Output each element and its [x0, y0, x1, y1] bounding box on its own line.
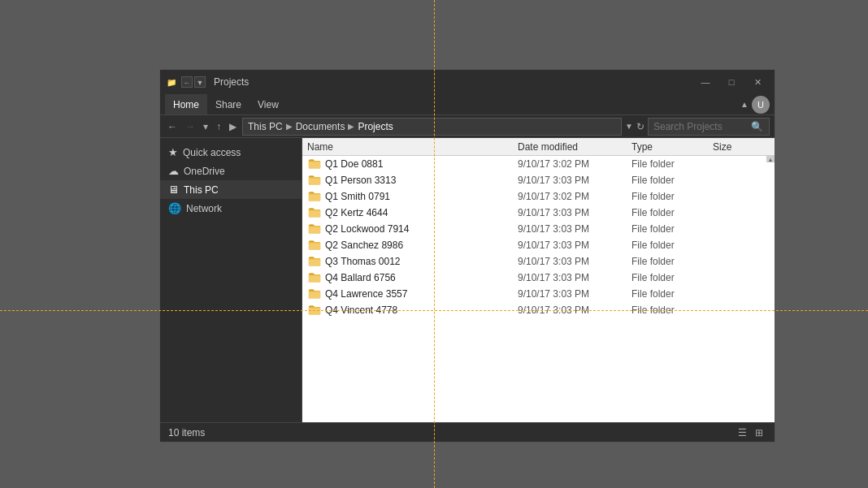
- file-type: File folder: [631, 207, 713, 218]
- file-type: File folder: [631, 223, 713, 235]
- thispc-icon: 🖥: [168, 184, 179, 196]
- close-button[interactable]: ✕: [745, 74, 770, 90]
- network-icon: 🌐: [168, 202, 181, 214]
- view-details-btn[interactable]: ☰: [735, 425, 750, 440]
- file-date: 9/10/17 3:03 PM: [518, 240, 631, 251]
- path-sep-1: ▶: [286, 122, 293, 131]
- folder-icon: [307, 270, 322, 285]
- file-type: File folder: [631, 175, 713, 186]
- file-date: 9/10/17 3:03 PM: [518, 272, 631, 283]
- address-path-box[interactable]: This PC ▶ Documents ▶ Projects: [242, 118, 622, 136]
- path-thispc[interactable]: This PC: [248, 121, 283, 132]
- table-row[interactable]: Q2 Lockwood 79149/10/17 3:03 PMFile fold…: [302, 221, 775, 237]
- col-header-size[interactable]: Size: [713, 141, 770, 153]
- sidebar: ★ Quick access ☁ OneDrive 🖥 This PC 🌐 Ne…: [160, 138, 302, 422]
- col-header-name[interactable]: Name: [307, 141, 518, 153]
- nav-forward-btn[interactable]: →: [183, 119, 197, 134]
- address-bar: ← → ▾ ↑ ▶ This PC ▶ Documents ▶ Projects…: [160, 115, 775, 138]
- file-list: Q1 Doe 08819/10/17 3:02 PMFile folder Q1…: [302, 156, 775, 422]
- path-documents[interactable]: Documents: [296, 121, 345, 132]
- column-headers: Name Date modified Type Size: [302, 138, 775, 156]
- folder-icon: [307, 157, 322, 171]
- file-type: File folder: [631, 288, 713, 300]
- quick-access-toolbar: ← ▼: [181, 76, 206, 88]
- sidebar-label-network: Network: [186, 203, 222, 214]
- file-date: 9/10/17 3:03 PM: [518, 207, 631, 218]
- path-sep-2: ▶: [348, 122, 354, 131]
- file-type: File folder: [631, 256, 713, 267]
- folder-icon: [307, 287, 322, 301]
- nav-recent-btn[interactable]: ▾: [201, 119, 210, 134]
- table-row[interactable]: Q3 Thomas 00129/10/17 3:03 PMFile folder: [302, 253, 775, 270]
- file-type: File folder: [631, 304, 713, 316]
- search-icon[interactable]: 🔍: [751, 121, 763, 132]
- col-header-date[interactable]: Date modified: [518, 141, 631, 153]
- file-date: 9/10/17 3:02 PM: [518, 191, 631, 202]
- ribbon-collapse-btn[interactable]: ▲ U: [740, 96, 770, 114]
- minimize-button[interactable]: —: [693, 74, 718, 90]
- table-row[interactable]: Q2 Sanchez 89869/10/17 3:03 PMFile folde…: [302, 237, 775, 253]
- title-bar: 📁 ← ▼ Projects — □ ✕: [160, 70, 775, 94]
- file-date: 9/10/17 3:03 PM: [518, 256, 631, 267]
- file-name: Q4 Vincent 4778: [325, 304, 518, 316]
- search-input[interactable]: [653, 121, 751, 132]
- tab-view[interactable]: View: [250, 94, 287, 114]
- view-large-icons-btn[interactable]: ⊞: [752, 425, 766, 440]
- sidebar-item-network[interactable]: 🌐 Network: [160, 199, 302, 218]
- folder-icon: [307, 254, 322, 269]
- sidebar-item-quickaccess[interactable]: ★ Quick access: [160, 143, 302, 162]
- table-row[interactable]: Q4 Lawrence 35579/10/17 3:03 PMFile fold…: [302, 286, 775, 302]
- scroll-up-indicator[interactable]: ▲: [766, 156, 775, 162]
- file-name: Q4 Lawrence 3557: [325, 288, 518, 300]
- table-row[interactable]: Q4 Ballard 67569/10/17 3:03 PMFile folde…: [302, 270, 775, 286]
- quickaccess-icon: ★: [168, 146, 178, 158]
- table-row[interactable]: Q1 Smith 07919/10/17 3:02 PMFile folder: [302, 188, 775, 205]
- file-name: Q1 Doe 0881: [325, 158, 518, 170]
- view-controls: ☰ ⊞: [735, 425, 766, 440]
- folder-icon: [307, 238, 322, 253]
- nav-back-btn[interactable]: ←: [165, 119, 180, 134]
- explorer-window: 📁 ← ▼ Projects — □ ✕ Home Share View ▲ U…: [159, 69, 775, 443]
- table-row[interactable]: Q4 Vincent 47789/10/17 3:03 PMFile folde…: [302, 302, 775, 318]
- sidebar-item-thispc[interactable]: 🖥 This PC: [160, 180, 302, 199]
- file-type: File folder: [631, 272, 713, 283]
- file-type: File folder: [631, 191, 713, 202]
- file-date: 9/10/17 3:03 PM: [518, 304, 631, 316]
- file-area: Name Date modified Type Size ▲ Q1 Doe 08…: [302, 138, 775, 422]
- window-title: Projects: [214, 76, 249, 88]
- address-dropdown-btn[interactable]: ▼: [625, 122, 633, 131]
- qa-menu-btn[interactable]: ▼: [194, 76, 206, 88]
- tab-home[interactable]: Home: [165, 94, 207, 114]
- nav-up-btn[interactable]: ↑: [214, 119, 224, 134]
- sidebar-label-thispc: This PC: [184, 184, 219, 196]
- sidebar-label-onedrive: OneDrive: [184, 166, 225, 177]
- table-row[interactable]: Q1 Person 33139/10/17 3:03 PMFile folder: [302, 172, 775, 188]
- file-name: Q3 Thomas 0012: [325, 256, 518, 267]
- search-box[interactable]: 🔍: [648, 118, 770, 136]
- qa-back-btn[interactable]: ←: [181, 76, 193, 88]
- status-item-count: 10 items: [168, 427, 205, 438]
- folder-icon: [307, 173, 322, 188]
- status-bar: 10 items ☰ ⊞: [160, 422, 775, 442]
- sidebar-label-quickaccess: Quick access: [183, 147, 241, 158]
- file-type: File folder: [631, 158, 713, 170]
- main-content: ★ Quick access ☁ OneDrive 🖥 This PC 🌐 Ne…: [160, 138, 775, 422]
- maximize-button[interactable]: □: [719, 74, 744, 90]
- table-row[interactable]: Q2 Kertz 46449/10/17 3:03 PMFile folder: [302, 205, 775, 221]
- file-date: 9/10/17 3:03 PM: [518, 175, 631, 186]
- refresh-btn[interactable]: ↻: [636, 121, 644, 132]
- path-projects[interactable]: Projects: [358, 121, 393, 132]
- folder-icon: [307, 222, 322, 236]
- tab-share[interactable]: Share: [207, 94, 250, 114]
- file-type: File folder: [631, 240, 713, 251]
- col-header-type[interactable]: Type: [631, 141, 713, 153]
- onedrive-icon: ☁: [168, 165, 179, 177]
- file-date: 9/10/17 3:03 PM: [518, 288, 631, 300]
- sidebar-item-onedrive[interactable]: ☁ OneDrive: [160, 162, 302, 180]
- file-name: Q1 Person 3313: [325, 175, 518, 186]
- folder-icon: [307, 189, 322, 204]
- folder-icon: [307, 303, 322, 317]
- user-avatar[interactable]: U: [752, 96, 770, 114]
- window-controls: — □ ✕: [693, 74, 770, 90]
- table-row[interactable]: Q1 Doe 08819/10/17 3:02 PMFile folder: [302, 156, 775, 172]
